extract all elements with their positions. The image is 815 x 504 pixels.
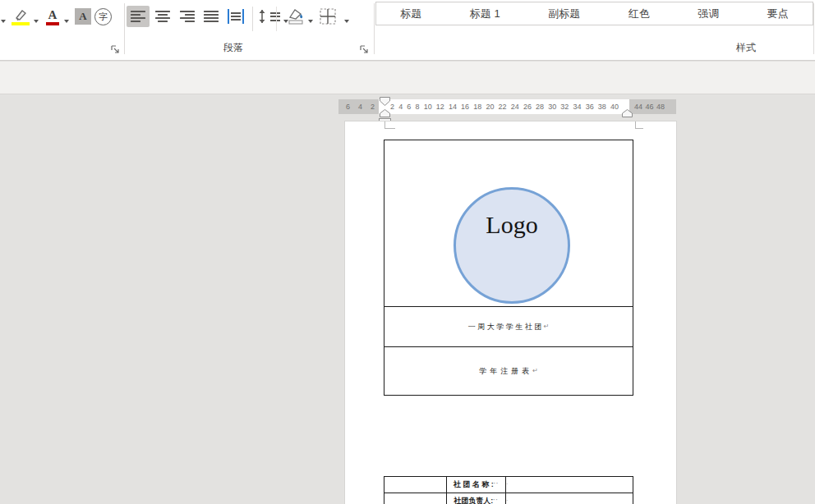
title-cell[interactable]: 一周大学学生社团↵: [384, 307, 633, 347]
line-spacing-arrow-icon: [257, 9, 267, 24]
ruler-number: 8: [415, 103, 419, 111]
ruler-number: 20: [486, 103, 494, 111]
doc-title-line1: 一周大学学生社团: [468, 323, 544, 331]
ruler-number: 6: [407, 103, 411, 111]
field-label-cell[interactable]: 社团负责人:··: [447, 493, 506, 504]
paragraph-mark-icon: ↵: [532, 367, 538, 374]
ribbon-lower-strip: [0, 62, 815, 94]
cell-paragraph-mark: ·: [506, 481, 509, 487]
ruler-number: 32: [560, 103, 569, 111]
highlight-pen-icon: [12, 7, 30, 25]
styles-group-label: 样式: [736, 41, 756, 56]
ruler-number: 28: [536, 103, 544, 111]
font-color-icon: A: [45, 7, 60, 25]
document-page[interactable]: Logo 一周大学学生社团↵ 学年注册表↵ 社 团 名 称 :·· ·: [345, 121, 676, 504]
space-marks: ··: [494, 480, 500, 486]
field-label-cell[interactable]: 社 团 名 称 :··: [447, 477, 506, 493]
enclose-characters-icon: 字: [94, 8, 112, 25]
style-gallery-item[interactable]: 红色: [629, 7, 650, 21]
align-center-button[interactable]: [151, 6, 174, 27]
cell-paragraph-mark: ·: [506, 497, 509, 503]
field-label: 社 团 名 称 :: [454, 480, 494, 488]
field-value-cell[interactable]: ·: [506, 477, 633, 493]
ruler-number: 40: [610, 103, 619, 111]
ruler-number: 2: [390, 103, 394, 111]
logo-circle-shape[interactable]: Logo: [454, 187, 570, 304]
justify-button[interactable]: [200, 6, 222, 27]
borders-button[interactable]: [316, 6, 339, 27]
ruler-number: 34: [573, 103, 582, 111]
ruler-number: 30: [548, 103, 556, 111]
font-dialog-launcher[interactable]: [110, 43, 122, 54]
borders-grid-icon: [319, 7, 337, 25]
empty-left-cell[interactable]: [384, 493, 447, 504]
style-gallery-item[interactable]: 要点: [767, 7, 789, 21]
space-marks: ··: [493, 497, 499, 502]
logo-text: Logo: [456, 211, 568, 239]
align-right-icon: [180, 9, 195, 24]
form-row: 社 团 名 称 :·· ·: [384, 477, 633, 493]
ruler-number: 22: [499, 103, 507, 111]
paragraph-mark-icon: ↵: [544, 323, 550, 330]
margin-corner-mark: [384, 121, 395, 129]
field-label: 社团负责人:: [454, 497, 493, 504]
style-gallery-item[interactable]: 强调: [698, 7, 719, 21]
align-left-button[interactable]: [127, 6, 150, 27]
ruler-number: 48: [656, 103, 665, 111]
style-gallery-item[interactable]: 副标题: [548, 7, 580, 21]
group-divider: [124, 3, 125, 54]
button-divider: [276, 7, 277, 31]
style-gallery-item[interactable]: 标题: [400, 7, 421, 21]
font-color-button[interactable]: A: [43, 6, 62, 27]
ruler-number: 12: [436, 103, 444, 111]
font-color-dropdown-caret[interactable]: [64, 13, 69, 28]
ruler-number: 16: [461, 103, 469, 111]
field-value-cell[interactable]: ·: [506, 493, 633, 504]
font-color-bar: [46, 22, 59, 25]
logo-cell[interactable]: Logo: [384, 140, 633, 307]
registration-form-table: Logo 一周大学学生社团↵ 学年注册表↵: [384, 140, 633, 396]
paint-bucket-icon: [287, 7, 306, 25]
enclose-characters-button[interactable]: 字: [93, 6, 113, 27]
ruler-left-margin-segment: 642: [338, 99, 379, 114]
character-shading-icon: A: [75, 8, 91, 25]
doc-title-line2: 学年注册表: [479, 367, 532, 375]
ruler-number: 36: [586, 103, 594, 111]
shading-dropdown-caret[interactable]: [308, 13, 313, 28]
borders-dropdown-caret[interactable]: [344, 13, 349, 28]
shading-button[interactable]: [286, 6, 307, 27]
group-divider: [374, 3, 375, 54]
align-left-icon: [131, 9, 145, 24]
ruler-number: 44: [634, 103, 642, 111]
subtitle-cell[interactable]: 学年注册表↵: [384, 347, 633, 396]
ruler-right-margin-segment: 444648: [629, 99, 676, 114]
ribbon: A A 字: [0, 0, 815, 61]
empty-left-cell[interactable]: [384, 477, 447, 493]
text-highlight-color-button[interactable]: [10, 6, 31, 27]
ruler-number: 46: [645, 103, 653, 111]
character-shading-button[interactable]: A: [73, 6, 93, 27]
distributed-button[interactable]: [223, 6, 248, 27]
ruler-number: 14: [449, 103, 457, 111]
align-right-button[interactable]: [176, 6, 199, 27]
styles-gallery: 标题 标题 1 副标题 红色 强调 要点: [375, 2, 813, 25]
distributed-icon: [228, 9, 244, 24]
button-divider: [252, 7, 253, 31]
line-spacing-lines-icon: [270, 10, 280, 23]
ruler-number: 18: [473, 103, 481, 111]
style-gallery-item[interactable]: 标题 1: [470, 7, 500, 21]
highlight-dropdown-caret[interactable]: [34, 13, 39, 28]
ruler-number: 4: [358, 103, 362, 111]
line-spacing-button[interactable]: [256, 6, 282, 27]
ruler-number: 26: [523, 103, 532, 111]
ruler-number: 38: [598, 103, 606, 111]
paragraph-dialog-launcher[interactable]: [359, 43, 371, 54]
cutoff-dropdown-caret[interactable]: [1, 13, 6, 28]
ruler-number: 4: [398, 103, 403, 111]
ruler-number: 10: [424, 103, 432, 111]
margin-corner-mark: [635, 121, 643, 129]
justify-icon: [204, 9, 219, 24]
right-indent-marker[interactable]: [622, 106, 633, 121]
form-row: 社团负责人:·· ·: [384, 493, 633, 504]
document-workspace: 642 246810121416182022242628303234363840…: [0, 95, 815, 504]
